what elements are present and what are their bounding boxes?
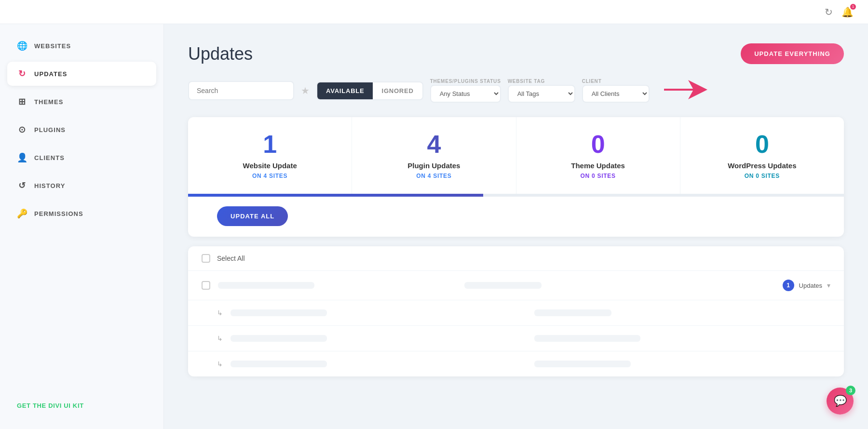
blurred-site-url: [464, 282, 542, 289]
row-checkbox[interactable]: [202, 281, 210, 290]
page-title: Updates: [188, 44, 253, 64]
indent-arrow-icon: ↳: [217, 335, 223, 342]
row-child-url: [534, 361, 830, 367]
refresh-icon[interactable]: ↻: [825, 6, 833, 18]
blurred-child-url: [534, 335, 640, 342]
main-header: Updates UPDATE EVERYTHING: [188, 43, 844, 64]
chat-button[interactable]: 💬 3: [827, 388, 854, 415]
sidebar-item-permissions[interactable]: 🔑 Permissions: [7, 201, 156, 226]
table-row-child: ↳: [188, 351, 844, 376]
stat-plugin-updates[interactable]: 4 Plugin Updates ON 4 SITES: [352, 117, 516, 194]
stat-website-sub: ON 4 SITES: [198, 173, 342, 179]
filter-bar: ★ AVAILABLE IGNORED THEMES/PLUGINS STATU…: [188, 79, 844, 103]
sidebar-item-permissions-label: Permissions: [34, 210, 83, 217]
stat-website-updates[interactable]: 1 Website Update ON 4 SITES: [188, 117, 352, 194]
sidebar-item-history[interactable]: ↺ History: [7, 174, 156, 198]
select-all-checkbox[interactable]: [202, 254, 210, 263]
progress-bar-track: [188, 194, 844, 197]
stat-wordpress-number: 0: [690, 132, 834, 157]
stats-row: 1 Website Update ON 4 SITES 4 Plugin Upd…: [188, 117, 844, 194]
notification-icon[interactable]: 🔔 1: [841, 6, 854, 18]
select-all-row: Select All: [188, 246, 844, 271]
row-child-name: [231, 335, 527, 342]
sidebar-footer: GET THE DIVI UI KIT: [7, 391, 156, 419]
client-label: CLIENT: [582, 79, 650, 84]
website-tag-label: WEBSITE TAG: [508, 79, 575, 84]
themes-icon: ⊞: [17, 96, 27, 107]
themes-plugins-filter-group: THEMES/PLUGINS STATUS Any Status: [430, 79, 501, 103]
themes-plugins-select[interactable]: Any Status: [430, 85, 501, 103]
select-all-label: Select All: [217, 255, 245, 262]
blurred-child-url: [534, 361, 631, 367]
stat-plugin-label: Plugin Updates: [362, 161, 506, 170]
updates-table: Select All 1 Updates ▾ ↳: [188, 246, 844, 376]
progress-bar-fill: [188, 194, 483, 197]
stat-website-label: Website Update: [198, 161, 342, 170]
chat-badge: 3: [846, 386, 855, 395]
sidebar-item-plugins-label: Plugins: [34, 126, 66, 134]
sidebar-item-themes[interactable]: ⊞ Themes: [7, 90, 156, 114]
themes-plugins-label: THEMES/PLUGINS STATUS: [430, 79, 501, 84]
updates-count-label: Updates: [799, 282, 822, 289]
update-everything-button[interactable]: UPDATE EVERYTHING: [741, 43, 844, 64]
row-child-url: [534, 309, 830, 316]
sidebar-item-clients-label: Clients: [34, 154, 65, 161]
star-button[interactable]: ★: [301, 85, 310, 96]
stat-wordpress-updates[interactable]: 0 WordPress Updates ON 0 SITES: [680, 117, 844, 194]
tab-group: AVAILABLE IGNORED: [316, 81, 423, 100]
stat-theme-sub: ON 0 SITES: [526, 173, 670, 179]
sidebar-item-clients[interactable]: 👤 Clients: [7, 146, 156, 170]
table-row-child: ↳: [188, 326, 844, 351]
row-site-url: [464, 282, 703, 289]
row-updates-info: 1 Updates ▾: [711, 280, 830, 291]
stat-theme-label: Theme Updates: [526, 161, 670, 170]
blurred-child-name: [231, 361, 327, 367]
stat-wordpress-label: WordPress Updates: [690, 161, 834, 170]
table-row: 1 Updates ▾: [188, 271, 844, 300]
notification-badge: 1: [850, 4, 856, 10]
update-all-container: UPDATE ALL: [188, 206, 844, 237]
update-all-button[interactable]: UPDATE ALL: [217, 206, 288, 226]
sidebar-item-updates[interactable]: ↻ Updates: [7, 62, 156, 86]
row-child-url: [534, 335, 830, 342]
stats-card: 1 Website Update ON 4 SITES 4 Plugin Upd…: [188, 117, 844, 237]
website-tag-filter-group: WEBSITE TAG All Tags: [508, 79, 575, 103]
client-filter-group: CLIENT All Clients: [582, 79, 650, 103]
main-content: Updates UPDATE EVERYTHING ★ AVAILABLE IG…: [164, 24, 868, 429]
indent-arrow-icon: ↳: [217, 360, 223, 368]
sidebar-item-plugins[interactable]: ⊙ Plugins: [7, 118, 156, 142]
chevron-down-icon[interactable]: ▾: [827, 282, 830, 289]
search-input[interactable]: [188, 81, 294, 100]
tab-available[interactable]: AVAILABLE: [317, 82, 373, 99]
layout: 🌐 Websites ↻ Updates ⊞ Themes ⊙ Plugins …: [0, 24, 868, 429]
history-icon: ↺: [17, 180, 27, 191]
sidebar-item-websites[interactable]: 🌐 Websites: [7, 34, 156, 58]
sidebar-item-themes-label: Themes: [34, 98, 63, 106]
website-tag-select[interactable]: All Tags: [508, 85, 575, 103]
blurred-child-url: [534, 309, 611, 316]
updates-icon: ↻: [17, 68, 27, 79]
updates-count-badge: 1: [783, 280, 794, 291]
get-kit-link[interactable]: GET THE DIVI UI KIT: [17, 402, 84, 409]
globe-icon: 🌐: [17, 40, 27, 51]
sidebar-item-history-label: History: [34, 182, 65, 189]
plugins-icon: ⊙: [17, 124, 27, 135]
sidebar: 🌐 Websites ↻ Updates ⊞ Themes ⊙ Plugins …: [0, 24, 164, 429]
stat-theme-number: 0: [526, 132, 670, 157]
row-child-name: [231, 361, 527, 367]
stat-website-number: 1: [198, 132, 342, 157]
topbar: ↻ 🔔 1: [0, 0, 868, 24]
sidebar-item-websites-label: Websites: [34, 42, 71, 50]
stat-wordpress-sub: ON 0 SITES: [690, 173, 834, 179]
stat-theme-updates[interactable]: 0 Theme Updates ON 0 SITES: [516, 117, 680, 194]
indent-arrow-icon: ↳: [217, 309, 223, 317]
tab-ignored[interactable]: IGNORED: [373, 82, 422, 99]
blurred-site-name: [218, 282, 314, 289]
client-select[interactable]: All Clients: [582, 85, 650, 103]
stat-plugin-number: 4: [362, 132, 506, 157]
chat-icon: 💬: [834, 395, 847, 407]
clients-icon: 👤: [17, 152, 27, 163]
row-site-name: [218, 282, 457, 289]
blurred-child-name: [231, 309, 327, 316]
table-row-child: ↳: [188, 300, 844, 326]
